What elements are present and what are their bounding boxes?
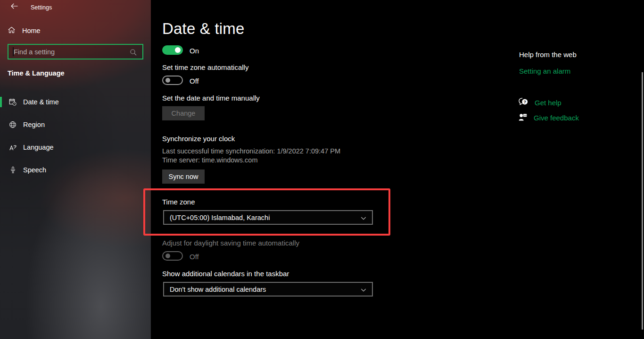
toggle-knob	[165, 254, 170, 258]
page-title: Date & time	[162, 20, 245, 38]
set-time-automatically-toggle[interactable]	[162, 45, 183, 55]
give-feedback-icon	[518, 112, 528, 123]
timezone-value: (UTC+05:00) Islamabad, Karachi	[170, 214, 270, 221]
chevron-down-icon	[360, 214, 367, 223]
sidebar-item-speech[interactable]: Speech	[0, 161, 151, 179]
sidebar-item-label: Speech	[23, 166, 46, 174]
set-timezone-automatically-toggle[interactable]	[162, 76, 183, 85]
home-icon	[8, 26, 16, 35]
chevron-down-icon	[360, 286, 367, 295]
app-title: Settings	[31, 0, 52, 15]
svg-text:?: ?	[523, 100, 526, 104]
text-caret	[13, 47, 14, 56]
sidebar: Settings Home Time & Language Date & tim…	[0, 0, 151, 339]
get-help-icon: ?	[518, 97, 528, 108]
sidebar-item-language[interactable]: Language	[0, 138, 151, 156]
sidebar-item-home[interactable]: Home	[8, 24, 140, 38]
toggle-state-label: Off	[190, 77, 199, 85]
sidebar-section-title: Time & Language	[8, 69, 65, 77]
timezone-dropdown[interactable]: (UTC+05:00) Islamabad, Karachi	[163, 210, 373, 225]
search-input[interactable]	[8, 45, 142, 59]
toggle-knob	[175, 47, 181, 53]
sidebar-item-label: Language	[23, 144, 54, 151]
sidebar-item-label: Date & time	[23, 98, 59, 106]
toggle-state-label: Off	[190, 253, 199, 261]
search-icon	[129, 48, 138, 59]
time-server-text: Time server: time.windows.com	[162, 156, 258, 164]
vertical-scrollbar[interactable]	[642, 72, 643, 330]
home-label: Home	[22, 27, 41, 34]
date-time-icon	[8, 98, 17, 106]
change-button[interactable]: Change	[162, 106, 205, 120]
language-icon	[8, 143, 17, 152]
last-sync-text: Last successful time synchronization: 1/…	[162, 147, 340, 155]
give-feedback-link[interactable]: Give feedback	[518, 112, 579, 123]
get-help-link[interactable]: ? Get help	[518, 97, 561, 108]
calendars-value: Don't show additional calendars	[170, 286, 266, 293]
get-help-label: Get help	[535, 99, 561, 107]
sidebar-item-date-time[interactable]: Date & time	[0, 93, 151, 111]
setting-an-alarm-link[interactable]: Setting an alarm	[519, 67, 570, 75]
back-icon	[10, 2, 18, 12]
sidebar-item-region[interactable]: Region	[0, 116, 151, 134]
sync-heading: Synchronize your clock	[162, 135, 235, 143]
search-box[interactable]	[8, 44, 143, 59]
back-button[interactable]	[5, 0, 24, 14]
calendars-dropdown[interactable]: Don't show additional calendars	[163, 282, 373, 297]
speech-icon	[8, 166, 17, 174]
set-manually-label: Set the date and time manually	[162, 94, 260, 102]
set-timezone-automatically-label: Set time zone automatically	[162, 63, 248, 71]
help-heading: Help from the web	[519, 51, 577, 59]
toggle-state-label: On	[190, 47, 199, 55]
give-feedback-label: Give feedback	[534, 114, 579, 122]
sidebar-item-label: Region	[23, 121, 45, 128]
calendars-label: Show additional calendars in the taskbar	[162, 270, 289, 278]
daylight-saving-toggle	[162, 251, 183, 261]
selected-accent-bar	[0, 97, 2, 107]
sync-now-button[interactable]: Sync now	[162, 170, 205, 184]
region-icon	[8, 120, 17, 129]
timezone-label: Time zone	[162, 198, 195, 206]
daylight-saving-label: Adjust for daylight saving time automati…	[162, 239, 299, 247]
toggle-knob	[165, 78, 170, 83]
